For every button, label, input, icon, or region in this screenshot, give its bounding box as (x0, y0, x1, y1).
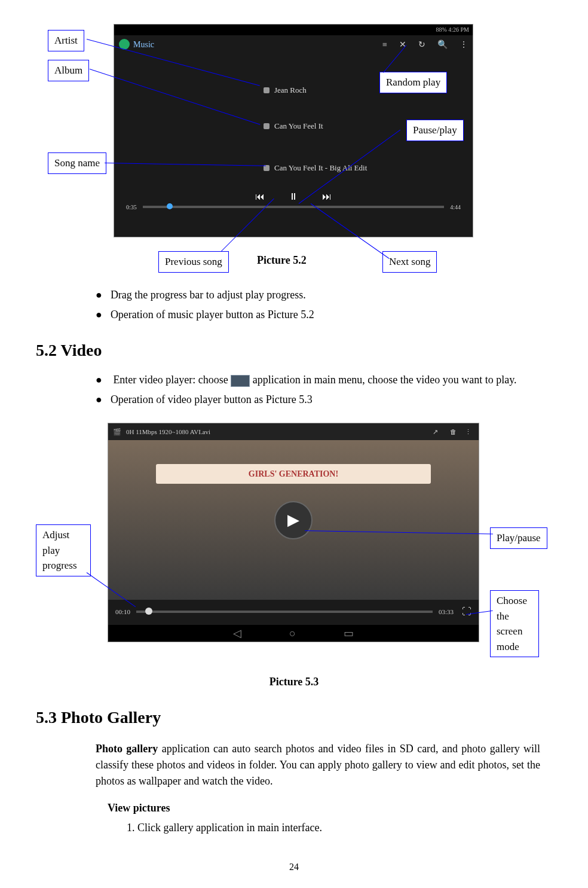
heading-gallery: 5.3 Photo Gallery (36, 705, 552, 730)
android-navbar: ◁ ○ ▭ (108, 625, 479, 642)
time-total: 4:44 (450, 203, 461, 212)
callout-screenmode: Choose the screen mode (490, 590, 539, 657)
bullet-video-text-a: Enter video player: choose (113, 374, 231, 386)
view-pictures-heading: View pictures (108, 800, 552, 816)
gallery-rest: application can auto search photos and v… (96, 743, 540, 787)
callout-song-name: Song name (48, 152, 106, 174)
callout-previous-song: Previous song (158, 251, 229, 273)
progress-dot[interactable] (167, 203, 173, 209)
album-text: Can You Feel It (274, 120, 323, 132)
video-app-icon (231, 375, 250, 387)
callout-adjust: Adjust play progress (36, 524, 91, 576)
artist-icon (264, 87, 270, 93)
callout-artist: Artist (48, 30, 84, 51)
bullet-enter-video: Enter video player: choose application i… (96, 372, 552, 388)
video-time-elapsed: 00:10 (115, 607, 130, 617)
song-row: Can You Feel It - Big Ali Edit (264, 162, 367, 174)
callout-album: Album (48, 60, 89, 81)
callout-pause-play: Pause/play (406, 120, 464, 141)
video-controls: 00:10 03:33 ⛶ (108, 600, 479, 624)
time-elapsed: 0:35 (126, 203, 137, 212)
page-number: 24 (36, 860, 552, 874)
home-icon[interactable]: ○ (289, 625, 296, 642)
video-progress-dot[interactable] (145, 608, 152, 615)
gallery-lead: Photo gallery (96, 743, 158, 755)
video-time-total: 03:33 (439, 607, 454, 617)
list-icon[interactable]: ≡ (382, 38, 387, 51)
album-row: Can You Feel It (264, 120, 323, 132)
progress-bar[interactable] (143, 206, 444, 208)
album-icon (264, 123, 270, 129)
steps-list: Click gallery application in main interf… (125, 820, 552, 836)
overflow-icon[interactable]: ⋮ (465, 427, 471, 437)
video-banner: GIRLS' GENERATION! (156, 464, 431, 484)
bullet-operation-video: Operation of video player button as Pict… (96, 392, 552, 408)
music-toolbar: ≡ ✕ ↻ 🔍 ⋮ (382, 35, 468, 53)
artist-row: Jean Roch (264, 84, 307, 96)
overflow-icon[interactable]: ⋮ (460, 38, 468, 51)
video-body: GIRLS' GENERATION! ▶ (108, 440, 479, 600)
app-title: Music (133, 38, 154, 51)
play-button[interactable]: ▶ (274, 501, 313, 539)
bullet-video-text-b: application in main menu, choose the vid… (253, 374, 517, 386)
video-progress-bar[interactable] (136, 611, 433, 613)
bullet-operation-music: Operation of music player button as Pict… (96, 307, 552, 323)
video-filename: 0H 11Mbps 1920~1080 AVI.avi (126, 427, 210, 437)
search-icon[interactable]: 🔍 (437, 38, 448, 51)
step-1: Click gallery application in main interf… (137, 820, 552, 836)
callout-random-play: Random play (379, 72, 447, 93)
video-titlebar: 🎬 0H 11Mbps 1920~1080 AVI.avi ↗ 🗑 ⋮ (108, 423, 479, 440)
recent-icon[interactable]: ▭ (344, 625, 354, 642)
bullets-music: Drag the progress bar to adjust play pro… (36, 287, 552, 323)
clapper-icon: 🎬 (113, 427, 121, 437)
gallery-paragraph: Photo gallery application can auto searc… (96, 741, 540, 789)
screen-mode-icon[interactable]: ⛶ (462, 605, 471, 619)
artist-text: Jean Roch (274, 84, 307, 96)
figure-5-2-area: 88% 4:26 PM Music ≡ ✕ ↻ 🔍 ⋮ Jean Roch Ca… (36, 24, 552, 275)
back-icon[interactable]: ◁ (233, 625, 241, 642)
bullet-drag-progress: Drag the progress bar to adjust play pro… (96, 287, 552, 303)
heading-video: 5.2 Video (36, 338, 552, 363)
share-icon[interactable]: ↗ (433, 427, 438, 437)
callout-next-song: Next song (382, 251, 437, 273)
figure-5-3-area: 🎬 0H 11Mbps 1920~1080 AVI.avi ↗ 🗑 ⋮ GIRL… (36, 423, 552, 662)
bullets-video: Enter video player: choose application i… (36, 372, 552, 408)
repeat-icon[interactable]: ↻ (418, 38, 425, 51)
music-progress: 0:35 4:44 (126, 195, 461, 219)
delete-icon[interactable]: 🗑 (450, 427, 457, 437)
caption-5-3: Picture 5.3 (36, 674, 552, 690)
callout-playpause: Play/pause (490, 527, 547, 549)
caption-5-2: Picture 5.2 (257, 252, 307, 268)
status-bar: 88% 4:26 PM (114, 25, 473, 35)
